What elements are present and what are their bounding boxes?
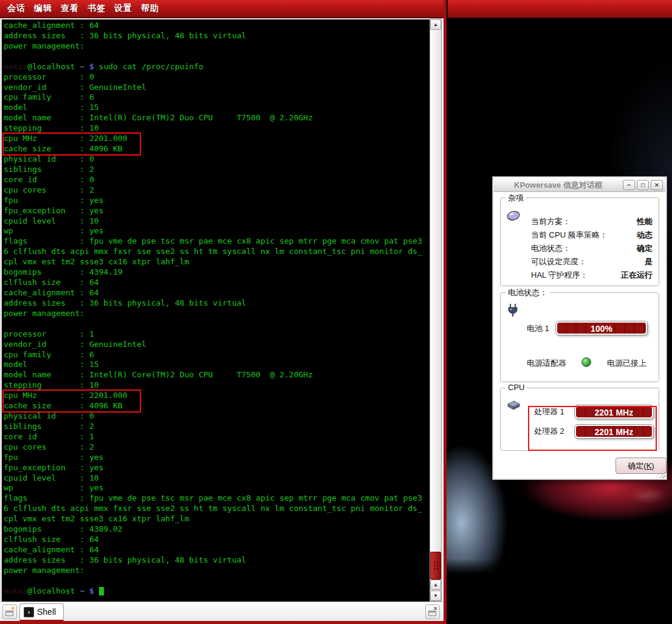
- terminal-line: [4, 319, 430, 329]
- terminal-line: cpl vmx est tm2 ssse3 cx16 xtpr lahf_lm: [4, 514, 430, 524]
- info-row: 电池状态：确定: [531, 242, 653, 255]
- terminal-line: model : 15: [4, 103, 430, 113]
- new-tab-button[interactable]: ✶: [2, 605, 17, 619]
- terminal-line: 6 clflush dts acpi mmx fxsr sse sse2 ss …: [4, 504, 430, 514]
- terminal-line: [4, 52, 430, 62]
- terminal-line: cpuid level : 10: [4, 216, 430, 227]
- terminal-line: cache size : 4096 KB: [4, 144, 140, 154]
- terminal-line: clflush size : 64: [4, 535, 430, 545]
- dialog-titlebar[interactable]: KPowersave 信息对话框 – □ ✕: [494, 178, 665, 192]
- terminal-line: siblings : 2: [4, 422, 430, 432]
- terminal-line: flags : fpu vme de pse tsc msr pae mce c…: [4, 493, 430, 504]
- terminal-line: vendor_id : GenuineIntel: [4, 340, 430, 350]
- terminal-line: cpu cores : 2: [4, 442, 430, 453]
- terminal-line: core id : 0: [4, 175, 430, 185]
- terminal-line: cpu family : 6: [4, 92, 430, 103]
- terminal-line: cpu MHz : 2201.000: [4, 134, 140, 144]
- highlight-box: cpu MHz : 2201.000cache size : 4096 KB: [2, 389, 141, 413]
- close-button[interactable]: ✕: [651, 180, 663, 190]
- info-row: 当前方案：性能: [531, 215, 653, 228]
- terminal-line: processor : 1: [4, 329, 430, 340]
- terminal-line: core id : 1: [4, 432, 430, 442]
- cpu-legend: CPU: [506, 383, 527, 392]
- terminal-line: cache_alignment : 64: [4, 545, 430, 555]
- menu-session[interactable]: 会话: [7, 3, 26, 14]
- terminal-tabbar: ✶ › Shell ✕: [0, 602, 444, 621]
- terminal-line: fpu_exception : yes: [4, 206, 430, 216]
- close-tab-x-icon: ✕: [433, 606, 438, 612]
- battery-progressbar: 100%: [555, 321, 648, 335]
- ok-button[interactable]: 确定(K): [615, 458, 667, 474]
- scrollbar-up-icon[interactable]: ▲: [430, 580, 441, 590]
- scrollbar-down-icon[interactable]: ▼: [430, 591, 441, 601]
- highlight-box: cpu MHz : 2201.000cache size : 4096 KB: [2, 132, 141, 156]
- info-label: 可以设定亮度：: [531, 255, 586, 269]
- terminal-line: bogomips : 4394.19: [4, 267, 430, 278]
- battery-percentage: 100%: [556, 321, 647, 335]
- info-label: 电池状态：: [531, 242, 571, 255]
- adapter-row: 电源适配器 电源已接上: [501, 356, 659, 369]
- menu-edit[interactable]: 编辑: [34, 3, 52, 14]
- info-label: HAL 守护程序：: [531, 269, 588, 282]
- cpu-row: 处理器 22201 MHz: [534, 422, 654, 441]
- cpu-frequency-value: 2201 MHz: [575, 405, 653, 419]
- battery-groupbox: 电池状态： 电池 1 100% 电源适配器 电源已接上: [500, 292, 659, 382]
- tab-shell-label: Shell: [37, 607, 56, 617]
- terminal-line: siblings : 2: [4, 165, 430, 175]
- info-value: 性能: [637, 215, 653, 228]
- terminal-line: address sizes : 36 bits physical, 48 bit…: [4, 31, 430, 41]
- terminal-line: address sizes : 36 bits physical, 48 bit…: [4, 298, 430, 309]
- processor-label: 处理器 2: [534, 426, 574, 437]
- menu-help[interactable]: 帮助: [141, 3, 159, 14]
- terminal-line: cpl vmx est tm2 ssse3 cx16 xtpr lahf_lm: [4, 257, 430, 267]
- terminal-line: cpu MHz : 2201.000: [4, 391, 140, 401]
- terminal-line: [4, 576, 430, 586]
- terminal-line: power management:: [4, 309, 430, 319]
- maximize-button[interactable]: □: [637, 180, 649, 190]
- terminal-line: cache_alignment : 64: [4, 288, 430, 298]
- prompt-line: moksa@localhost ~ $: [4, 586, 430, 597]
- info-value: 动态: [637, 228, 653, 242]
- terminal-output: cache_alignment : 64address sizes : 36 b…: [4, 21, 430, 597]
- battery-label: 电池 1: [527, 323, 549, 334]
- adapter-label: 电源适配器: [527, 358, 566, 369]
- battery-legend: 电池状态：: [506, 287, 550, 298]
- info-value: 是: [645, 255, 653, 269]
- menu-settings[interactable]: 设置: [114, 3, 132, 14]
- scrollbar-up-icon[interactable]: ▲: [430, 19, 441, 30]
- terminal-line: fpu : yes: [4, 453, 430, 463]
- cpu-frequency-bar: 2201 MHz: [574, 424, 654, 439]
- adapter-status: 电源已接上: [607, 358, 646, 369]
- terminal-window: 会话 编辑 查看 书签 设置 帮助 cache_alignment : 64ad…: [0, 0, 447, 624]
- terminal-line: model : 15: [4, 360, 430, 370]
- minimize-button[interactable]: –: [623, 180, 635, 190]
- misc-groupbox: 杂项 当前方案：性能当前 CPU 频率策略：动态电池状态：确定可以设定亮度：是H…: [500, 197, 659, 286]
- menu-bookmarks[interactable]: 书签: [87, 3, 106, 14]
- cpu-frequency-value: 2201 MHz: [575, 425, 653, 438]
- close-tab-button[interactable]: ✕: [425, 605, 440, 619]
- info-value: 确定: [637, 242, 653, 255]
- terminal-line: power management:: [4, 566, 430, 576]
- tab-shell[interactable]: › Shell: [19, 603, 64, 622]
- terminal-line: cpu family : 6: [4, 350, 430, 360]
- terminal-screen[interactable]: cache_alignment : 64address sizes : 36 b…: [0, 18, 430, 602]
- scheme-icon: [506, 208, 521, 222]
- terminal-line: physical id : 0: [4, 154, 430, 165]
- terminal-line: processor : 0: [4, 72, 430, 83]
- processor-label: 处理器 1: [534, 406, 574, 417]
- cpu-row: 处理器 12201 MHz: [534, 403, 654, 421]
- power-plug-icon: [506, 303, 521, 317]
- terminal-line: address sizes : 36 bits physical, 48 bit…: [4, 555, 430, 566]
- menu-view[interactable]: 查看: [61, 3, 79, 14]
- terminal-line: bogomips : 4389.02: [4, 524, 430, 535]
- terminal-line: model name : Intel(R) Core(TM)2 Duo CPU …: [4, 370, 430, 380]
- info-value: 正在运行: [621, 269, 653, 282]
- cpu-rows: 处理器 12201 MHz处理器 22201 MHz: [534, 403, 654, 442]
- info-row: HAL 守护程序：正在运行: [531, 269, 653, 282]
- new-tab-star-icon: ✶: [10, 605, 16, 612]
- terminal-scrollbar[interactable]: ▲ ▲ ▼: [430, 18, 442, 602]
- terminal-line: wp : yes: [4, 226, 430, 236]
- scrollbar-thumb[interactable]: [430, 552, 441, 580]
- terminal-line: vendor_id : GenuineIntel: [4, 83, 430, 93]
- battery-row: 电池 1 100%: [501, 321, 659, 338]
